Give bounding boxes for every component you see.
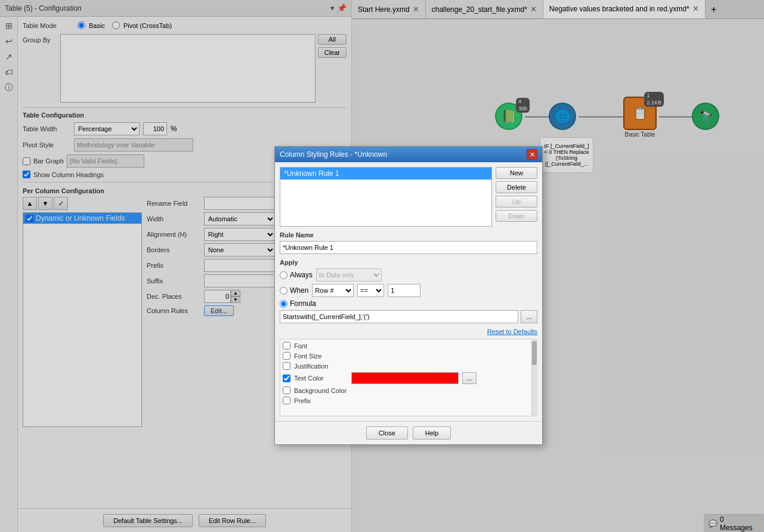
apply-label: Apply	[280, 259, 537, 266]
text-color-btn[interactable]: ...	[462, 372, 477, 384]
dialog-title: Column Styling Rules - *Unknown	[280, 150, 387, 159]
always-row: Always to Data only	[280, 268, 537, 282]
when-field-select[interactable]: Row #	[312, 284, 354, 297]
formula-row: Formula	[280, 299, 537, 308]
formula-radio[interactable]	[280, 300, 287, 308]
font-label: Font	[294, 342, 348, 349]
text-color-label: Text Color	[294, 375, 348, 382]
column-styling-dialog: Column Styling Rules - *Unknown ✕ *Unkno…	[274, 146, 543, 445]
rule-label-1: *Unknown Rule 1	[284, 169, 339, 178]
delete-rule-btn[interactable]: Delete	[496, 181, 537, 193]
styling-scrollbar-track	[531, 339, 537, 416]
text-color-checkbox[interactable]	[283, 375, 290, 382]
when-op-select[interactable]: ==	[357, 284, 384, 297]
prefix-style-row: Prefix	[283, 397, 534, 404]
down-rule-btn[interactable]: Down	[496, 210, 537, 222]
reset-to-defaults-link[interactable]: Reset to Defaults	[280, 328, 537, 335]
prefix-style-label: Prefix	[294, 397, 348, 404]
to-data-only-select: to Data only	[316, 268, 382, 282]
bg-color-row: Background Color	[283, 386, 534, 394]
rule-name-input[interactable]	[280, 241, 537, 254]
formula-input[interactable]	[280, 310, 518, 323]
styling-scroll[interactable]: Font Font Size Justification Text Color	[280, 339, 537, 416]
bg-color-checkbox[interactable]	[283, 386, 290, 394]
close-dialog-btn[interactable]: Close	[366, 426, 408, 440]
bg-color-label: Background Color	[294, 387, 348, 394]
when-radio[interactable]	[280, 287, 287, 295]
rule-list-area: *Unknown Rule 1 New Delete Up Down	[280, 167, 537, 227]
styling-scrollbar-thumb[interactable]	[532, 341, 537, 365]
rule-list[interactable]: *Unknown Rule 1	[280, 167, 492, 227]
dialog-footer: Close Help	[275, 421, 542, 444]
when-label: When	[290, 286, 308, 295]
formula-label: Formula	[290, 299, 316, 308]
when-radio-group: When	[280, 286, 308, 295]
justification-row: Justification	[283, 362, 534, 370]
always-radio[interactable]	[280, 271, 287, 279]
formula-input-row: ...	[280, 310, 537, 323]
rule-name-section-label: Rule Name	[280, 231, 537, 239]
apply-section: Apply Always to Data only When	[280, 259, 537, 323]
font-size-label: Font Size	[294, 352, 348, 360]
up-rule-btn[interactable]: Up	[496, 196, 537, 208]
justification-label: Justification	[294, 363, 348, 370]
font-size-row: Font Size	[283, 352, 534, 360]
formula-browse-btn[interactable]: ...	[521, 310, 537, 323]
when-row: When Row # ==	[280, 284, 537, 297]
dialog-close-btn[interactable]: ✕	[527, 149, 537, 160]
text-color-row: Text Color ...	[283, 372, 534, 384]
always-radio-group: Always	[280, 271, 313, 279]
dialog-body: *Unknown Rule 1 New Delete Up Down Rule …	[275, 162, 542, 421]
dialog-title-bar: Column Styling Rules - *Unknown ✕	[275, 147, 542, 162]
formula-radio-group: Formula	[280, 299, 316, 308]
text-color-swatch[interactable]	[351, 372, 459, 384]
font-row: Font	[283, 342, 534, 349]
when-value-input[interactable]	[388, 284, 420, 297]
new-rule-btn[interactable]: New	[496, 167, 537, 179]
prefix-style-checkbox[interactable]	[283, 397, 290, 404]
help-dialog-btn[interactable]: Help	[413, 426, 451, 440]
font-size-checkbox[interactable]	[283, 352, 290, 360]
justification-checkbox[interactable]	[283, 362, 290, 370]
styling-container: Font Font Size Justification Text Color	[280, 339, 537, 416]
always-label: Always	[290, 271, 313, 279]
rule-buttons: New Delete Up Down	[496, 167, 537, 227]
font-checkbox[interactable]	[283, 342, 290, 349]
dialog-overlay: Column Styling Rules - *Unknown ✕ *Unkno…	[0, 0, 764, 532]
rule-list-item-1[interactable]: *Unknown Rule 1	[280, 168, 491, 180]
